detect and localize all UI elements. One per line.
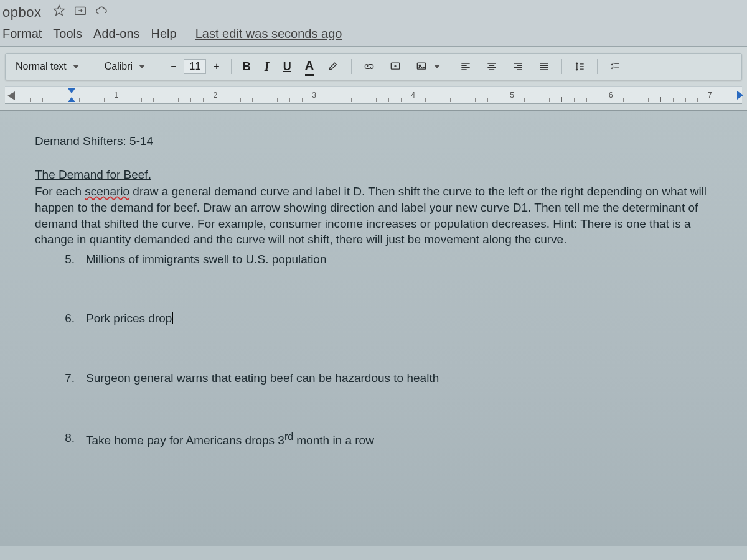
list-text: Surgeon general warns that eating beef c… [86, 370, 439, 386]
insert-comment-button[interactable] [383, 58, 408, 75]
align-right-button[interactable] [505, 58, 530, 75]
ruler-number: 1 [115, 91, 119, 100]
menu-format[interactable]: Format [2, 27, 42, 41]
list-text: Pork prices drop [86, 310, 173, 327]
ruler-number: 5 [510, 91, 514, 100]
menu-addons[interactable]: Add-ons [93, 27, 140, 41]
bold-button[interactable]: B [237, 58, 257, 75]
separator [93, 59, 93, 74]
separator [159, 59, 159, 74]
italic-button[interactable]: I [258, 58, 276, 75]
move-folder-icon[interactable] [73, 4, 87, 21]
text-cursor [172, 312, 173, 324]
list-item: 6.Pork prices drop [61, 310, 721, 327]
menu-tools[interactable]: Tools [53, 27, 82, 41]
document-body[interactable]: Demand Shifters: 5-14 The Demand for Bee… [21, 129, 728, 449]
font-family-label: Calibri [105, 61, 133, 72]
highlight-button[interactable] [321, 58, 346, 75]
ruler[interactable]: 1234567 [5, 86, 742, 104]
font-size-increase-button[interactable]: + [207, 58, 225, 75]
align-center-button[interactable] [479, 58, 504, 75]
doc-heading: Demand Shifters: 5-14 [35, 133, 721, 149]
list-item: 8.Take home pay for Americans drops 3rd … [61, 430, 721, 449]
cloud-icon[interactable] [95, 4, 108, 21]
last-edit-link[interactable]: Last edit was seconds ago [195, 27, 342, 41]
list-number: 8. [61, 430, 75, 449]
ruler-number: 2 [213, 91, 217, 100]
line-spacing-button[interactable] [567, 58, 592, 75]
chevron-down-icon[interactable] [434, 65, 440, 68]
indent-left-icon[interactable] [68, 97, 75, 102]
insert-link-button[interactable] [357, 58, 382, 75]
document-canvas[interactable]: Demand Shifters: 5-14 The Demand for Bee… [0, 111, 747, 546]
toolbar-container: Normal text Calibri − 11 + B I U A [0, 47, 747, 111]
separator [597, 59, 598, 74]
underline-button[interactable]: U [277, 58, 298, 75]
star-icon[interactable] [52, 4, 66, 21]
text: draw a general demand curve and label it… [35, 185, 707, 246]
list-item: 7.Surgeon general warns that eating beef… [61, 370, 721, 386]
font-size-value[interactable]: 11 [184, 59, 206, 74]
font-size-decrease-button[interactable]: − [164, 58, 182, 75]
paragraph-style-label: Normal text [16, 61, 67, 72]
spellcheck-underline: scenario [85, 185, 129, 198]
ruler-scroll-right-icon[interactable] [737, 91, 743, 100]
ruler-number: 3 [312, 91, 316, 100]
toolbar: Normal text Calibri − 11 + B I U A [5, 53, 742, 80]
separator [561, 59, 562, 74]
doc-list: 5.Millions of immigrants swell to U.S. p… [35, 251, 721, 449]
ruler-number: 7 [708, 91, 712, 100]
title-icons [52, 4, 108, 21]
separator [231, 59, 232, 74]
align-left-button[interactable] [453, 58, 478, 75]
chevron-down-icon [73, 65, 79, 68]
list-item: 5.Millions of immigrants swell to U.S. p… [61, 251, 721, 268]
list-number: 6. [61, 310, 75, 327]
indent-first-line-icon[interactable] [68, 88, 75, 93]
checklist-button[interactable] [603, 58, 627, 75]
text: For each [35, 185, 85, 198]
list-text: Millions of immigrants swell to U.S. pop… [86, 251, 327, 268]
menu-bar: Format Tools Add-ons Help Last edit was … [0, 24, 747, 47]
paragraph-style-select[interactable]: Normal text [9, 57, 88, 76]
align-justify-button[interactable] [532, 58, 557, 75]
doc-instructions: For each scenario draw a general demand … [35, 184, 721, 248]
title-bar: opbox [0, 0, 747, 24]
separator [351, 59, 352, 74]
list-number: 5. [61, 251, 75, 268]
chevron-down-icon [139, 65, 145, 68]
doc-title: opbox [2, 4, 41, 21]
list-number: 7. [61, 370, 75, 386]
font-family-select[interactable]: Calibri [98, 57, 154, 76]
svg-marker-0 [54, 6, 65, 16]
doc-subheading: The Demand for Beef. [35, 167, 721, 183]
text-color-button[interactable]: A [299, 58, 320, 75]
menu-help[interactable]: Help [151, 27, 177, 41]
ruler-number: 6 [609, 91, 613, 100]
ruler-number: 4 [411, 91, 415, 100]
insert-image-button[interactable] [409, 58, 434, 75]
list-text: Take home pay for Americans drops 3rd mo… [86, 430, 374, 449]
ruler-left-stop-icon [5, 91, 15, 100]
separator [448, 59, 448, 74]
font-size-control: − 11 + [164, 58, 225, 75]
